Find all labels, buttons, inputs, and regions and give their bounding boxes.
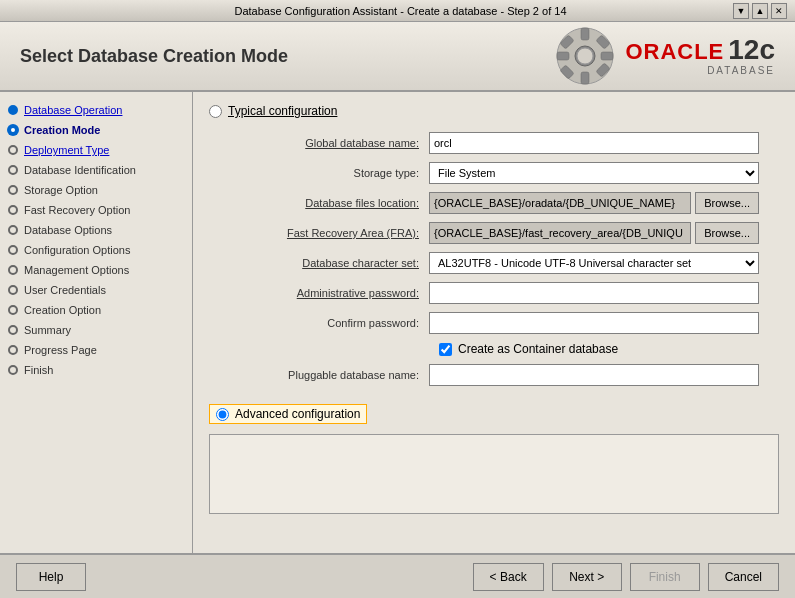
sidebar-label: Finish [24,364,53,376]
sidebar-item-deployment-type[interactable]: Deployment Type [0,140,192,160]
sidebar-label: Progress Page [24,344,97,356]
fast-recovery-area-row: Fast Recovery Area (FRA): Browse... [229,222,759,244]
sidebar-label: Creation Option [24,304,101,316]
sidebar-item-database-options[interactable]: Database Options [0,220,192,240]
confirm-password-input[interactable] [429,312,759,334]
db-character-set-label: Database character set: [229,257,429,269]
advanced-radio-label[interactable]: Advanced configuration [235,407,360,421]
typical-radio-label[interactable]: Typical configuration [228,104,337,118]
title-bar-text: Database Configuration Assistant - Creat… [68,5,733,17]
storage-type-row: Storage type: File System [229,162,759,184]
global-db-name-row: Global database name: [229,132,759,154]
pluggable-db-label: Pluggable database name: [229,369,429,381]
fast-recovery-area-input[interactable] [429,222,691,244]
sidebar-label: Database Identification [24,164,136,176]
sidebar-label: Database Operation [24,104,122,116]
sidebar-dot [8,325,18,335]
svg-rect-3 [581,72,589,84]
advanced-config-highlight: Advanced configuration [209,404,367,424]
db-files-location-row: Database files location: Browse... [229,192,759,214]
sidebar-dot [8,105,18,115]
sidebar-dot [8,365,18,375]
container-db-row: Create as Container database [439,342,759,356]
db-files-location-wrapper: Browse... [429,192,759,214]
gear-icon [555,26,615,86]
restore-button[interactable]: ▲ [752,3,768,19]
db-files-browse-button[interactable]: Browse... [695,192,759,214]
svg-point-10 [577,48,593,64]
container-db-checkbox[interactable] [439,343,452,356]
storage-type-select[interactable]: File System [429,162,759,184]
sidebar-label: Configuration Options [24,244,130,256]
global-db-name-label: Global database name: [229,137,429,149]
container-db-label[interactable]: Create as Container database [458,342,618,356]
sidebar-dot [8,265,18,275]
next-button[interactable]: Next > [552,563,622,591]
confirm-password-label: Confirm password: [229,317,429,329]
svg-rect-4 [557,52,569,60]
sidebar: Database Operation Creation Mode Deploym… [0,92,193,553]
page-title: Select Database Creation Mode [20,46,288,67]
main-layout: Database Operation Creation Mode Deploym… [0,92,795,553]
svg-rect-5 [601,52,613,60]
sidebar-item-creation-option[interactable]: Creation Option [0,300,192,320]
db-files-location-input[interactable] [429,192,691,214]
help-button[interactable]: Help [16,563,86,591]
advanced-radio[interactable] [216,408,229,421]
sidebar-item-progress-page[interactable]: Progress Page [0,340,192,360]
svg-rect-2 [581,28,589,40]
sidebar-item-database-identification[interactable]: Database Identification [0,160,192,180]
sidebar-label: User Credentials [24,284,106,296]
sidebar-label: Deployment Type [24,144,109,156]
sidebar-label: Management Options [24,264,129,276]
sidebar-dot [8,285,18,295]
global-db-name-input[interactable] [429,132,759,154]
sidebar-item-configuration-options[interactable]: Configuration Options [0,240,192,260]
sidebar-item-fast-recovery-option[interactable]: Fast Recovery Option [0,200,192,220]
db-character-set-row: Database character set: AL32UTF8 - Unico… [229,252,759,274]
sidebar-dot [8,165,18,175]
sidebar-dot [8,205,18,215]
typical-radio[interactable] [209,105,222,118]
fast-recovery-browse-button[interactable]: Browse... [695,222,759,244]
header: Select Database Creation Mode ORACLE 12c [0,22,795,92]
back-button[interactable]: < Back [473,563,544,591]
footer-right: < Back Next > Finish Cancel [473,563,779,591]
oracle-logo: ORACLE 12c DATABASE [625,36,775,76]
oracle-version: 12c [728,36,775,64]
cancel-button[interactable]: Cancel [708,563,779,591]
pluggable-db-row: Pluggable database name: [229,364,759,386]
sidebar-label: Database Options [24,224,112,236]
minimize-button[interactable]: ▼ [733,3,749,19]
sidebar-label: Fast Recovery Option [24,204,130,216]
sidebar-item-database-operation[interactable]: Database Operation [0,100,192,120]
admin-password-label: Administrative password: [229,287,429,299]
title-bar-buttons[interactable]: ▼ ▲ ✕ [733,3,787,19]
pluggable-db-input[interactable] [429,364,759,386]
oracle-db-label: DATABASE [707,65,775,76]
oracle-brand: ORACLE [625,39,724,65]
admin-password-input[interactable] [429,282,759,304]
sidebar-item-management-options[interactable]: Management Options [0,260,192,280]
close-button[interactable]: ✕ [771,3,787,19]
sidebar-label: Storage Option [24,184,98,196]
sidebar-dot [8,145,18,155]
sidebar-label: Summary [24,324,71,336]
db-character-set-select[interactable]: AL32UTF8 - Unicode UTF-8 Universal chara… [429,252,759,274]
description-area [209,434,779,514]
finish-button[interactable]: Finish [630,563,700,591]
fast-recovery-area-label: Fast Recovery Area (FRA): [229,227,429,239]
footer-left: Help [16,563,86,591]
db-files-location-label: Database files location: [229,197,429,209]
sidebar-dot [8,185,18,195]
title-bar: Database Configuration Assistant - Creat… [0,0,795,22]
sidebar-item-user-credentials[interactable]: User Credentials [0,280,192,300]
sidebar-item-finish[interactable]: Finish [0,360,192,380]
typical-config-row: Typical configuration [209,104,779,118]
content-area: Typical configuration Global database na… [193,92,795,553]
sidebar-item-summary[interactable]: Summary [0,320,192,340]
sidebar-item-storage-option[interactable]: Storage Option [0,180,192,200]
sidebar-item-creation-mode[interactable]: Creation Mode [0,120,192,140]
typical-form-section: Global database name: Storage type: File… [209,128,779,398]
advanced-config-row: Advanced configuration [209,404,779,424]
